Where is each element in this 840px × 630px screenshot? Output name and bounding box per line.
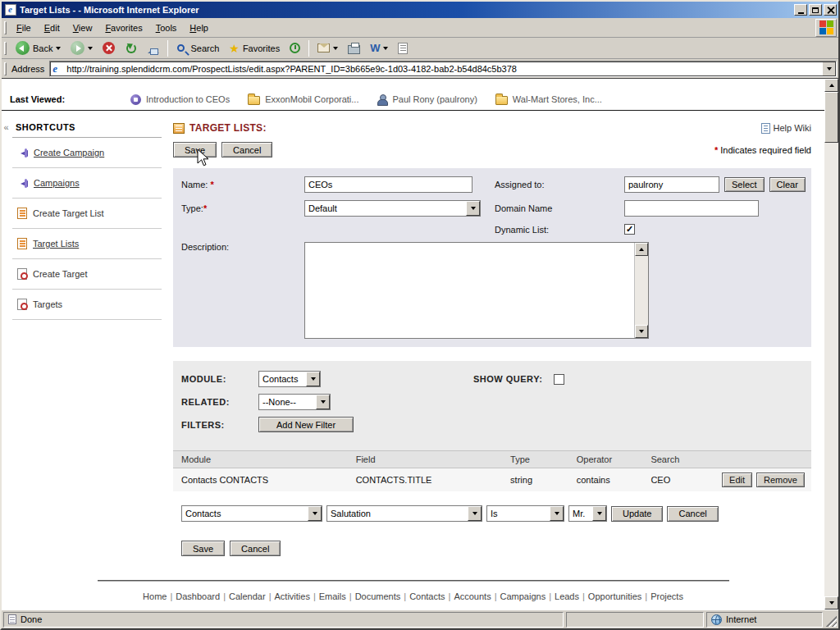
scrollbar-thumb[interactable] — [824, 92, 838, 143]
history-button[interactable] — [285, 39, 304, 58]
menu-edit[interactable]: Edit — [38, 21, 66, 35]
description-scrollbar[interactable] — [634, 243, 648, 338]
module-select[interactable]: Contacts — [258, 371, 321, 387]
chevron-down-icon[interactable] — [306, 372, 320, 386]
assigned-clear-button[interactable]: Clear — [769, 177, 806, 192]
favorites-button[interactable]: Favorites — [225, 39, 284, 58]
chevron-down-icon[interactable] — [550, 506, 564, 521]
last-viewed-item[interactable]: ExxonMobil Corporati... — [248, 94, 358, 105]
col-header-actions — [712, 451, 811, 468]
scroll-down-button[interactable] — [824, 596, 838, 609]
last-viewed-item[interactable]: Wal-Mart Stores, Inc... — [495, 94, 602, 105]
sidebar-item-create-campaign[interactable]: Create Campaign — [12, 138, 162, 168]
show-query-checkbox[interactable] — [554, 374, 564, 385]
filter-value-select[interactable]: Mr. — [568, 505, 607, 522]
footer-link-dashboard[interactable]: Dashboard — [176, 591, 220, 601]
menu-help[interactable]: Help — [183, 21, 215, 35]
word-dropdown-icon[interactable] — [383, 47, 388, 50]
filter-remove-button[interactable]: Remove — [756, 472, 805, 487]
window-resize-grip[interactable] — [825, 613, 837, 627]
forward-button[interactable] — [66, 39, 97, 58]
dynamic-list-checkbox[interactable]: ✓ — [624, 224, 635, 235]
filter-update-button[interactable]: Update — [611, 506, 663, 522]
filter-operator-select[interactable]: Is — [486, 505, 564, 522]
description-textarea[interactable] — [304, 242, 649, 339]
print-button[interactable] — [344, 39, 364, 58]
maximize-button[interactable] — [809, 4, 822, 16]
footer-link-leads[interactable]: Leads — [555, 591, 579, 601]
footer-link-activities[interactable]: Activities — [274, 591, 309, 601]
footer-link-documents[interactable]: Documents — [355, 591, 401, 601]
name-input[interactable] — [304, 176, 472, 193]
chevron-down-icon[interactable] — [308, 506, 322, 521]
edit-button[interactable] — [394, 39, 412, 58]
cell-operator: contains — [572, 468, 646, 492]
last-viewed-item-label: Paul Rony (paulrony) — [392, 94, 477, 104]
toolbar-separator — [167, 40, 168, 57]
footer-link-calendar[interactable]: Calendar — [229, 591, 266, 601]
close-button[interactable] — [824, 4, 837, 16]
footer-link-accounts[interactable]: Accounts — [454, 591, 491, 601]
toolbar-grip[interactable] — [4, 42, 7, 55]
sidebar-item-create-target-list[interactable]: Create Target List — [12, 199, 162, 229]
name-required-asterisk: * — [210, 180, 213, 189]
word-edit-button[interactable] — [366, 39, 392, 58]
footer-link-emails[interactable]: Emails — [319, 591, 346, 601]
menu-file[interactable]: File — [10, 21, 38, 35]
search-button[interactable]: Search — [172, 39, 223, 58]
chevron-down-icon[interactable] — [592, 506, 606, 521]
mail-dropdown-icon[interactable] — [333, 47, 338, 50]
home-button[interactable] — [144, 39, 163, 58]
menu-view[interactable]: View — [66, 21, 99, 35]
sidebar-item-create-target[interactable]: Create Target — [12, 259, 162, 290]
related-select[interactable]: --None-- — [258, 394, 331, 410]
address-input[interactable] — [66, 62, 822, 75]
add-new-filter-button[interactable]: Add New Filter — [258, 417, 354, 432]
cancel-button-bottom[interactable]: Cancel — [230, 541, 281, 556]
minimize-button[interactable] — [794, 4, 807, 16]
save-button-bottom[interactable]: Save — [181, 541, 225, 556]
scroll-down-button[interactable] — [635, 325, 648, 338]
footer-link-opportunities[interactable]: Opportunities — [588, 591, 641, 601]
sidebar-collapse-arrow[interactable]: « — [3, 122, 8, 132]
filter-edit-button[interactable]: Edit — [722, 472, 752, 487]
chevron-down-icon[interactable] — [468, 506, 482, 521]
chevron-down-icon[interactable] — [466, 201, 480, 216]
chevron-down-icon[interactable] — [316, 395, 330, 409]
sidebar-item-target-lists[interactable]: Target Lists — [12, 229, 162, 259]
stop-button[interactable] — [98, 39, 119, 58]
sidebar-item-campaigns[interactable]: Campaigns — [12, 168, 162, 199]
help-wiki-link[interactable]: Help Wiki — [761, 123, 811, 134]
toolbar-grip[interactable] — [4, 62, 7, 75]
sidebar-item-targets[interactable]: Targets — [12, 290, 162, 320]
type-select[interactable]: Default — [304, 200, 481, 217]
refresh-button[interactable] — [121, 39, 142, 58]
toolbar-grip[interactable] — [4, 21, 7, 34]
menu-tools[interactable]: Tools — [149, 21, 184, 35]
footer-link-campaigns[interactable]: Campaigns — [500, 591, 546, 601]
browser-content: Last Viewed: Introduction to CEOs ExxonM… — [2, 79, 838, 609]
domain-name-input[interactable] — [624, 200, 759, 217]
vertical-scrollbar[interactable] — [824, 79, 838, 609]
mail-button[interactable] — [313, 39, 342, 58]
last-viewed-item[interactable]: Introduction to CEOs — [130, 94, 230, 105]
footer-link-projects[interactable]: Projects — [651, 591, 683, 601]
footer-link-home[interactable]: Home — [143, 591, 167, 601]
filter-module-select[interactable]: Contacts — [181, 505, 322, 522]
last-viewed-item[interactable]: Paul Rony (paulrony) — [377, 94, 477, 105]
back-button[interactable]: Back — [11, 39, 65, 58]
address-dropdown-button[interactable] — [822, 62, 836, 76]
menu-favorites[interactable]: Favorites — [98, 21, 148, 35]
cancel-button[interactable]: Cancel — [221, 142, 272, 158]
filter-field-select[interactable]: Salutation — [326, 505, 482, 522]
scrollbar-track[interactable] — [824, 143, 838, 596]
forward-dropdown-icon[interactable] — [88, 47, 93, 50]
save-button[interactable]: Save — [173, 142, 217, 158]
back-dropdown-icon[interactable] — [56, 47, 61, 50]
filter-cancel-button[interactable]: Cancel — [667, 506, 718, 522]
scroll-up-button[interactable] — [635, 243, 648, 256]
assigned-to-input[interactable] — [624, 176, 719, 193]
footer-link-contacts[interactable]: Contacts — [409, 591, 445, 601]
scroll-up-button[interactable] — [824, 79, 838, 92]
assigned-select-button[interactable]: Select — [724, 177, 765, 192]
